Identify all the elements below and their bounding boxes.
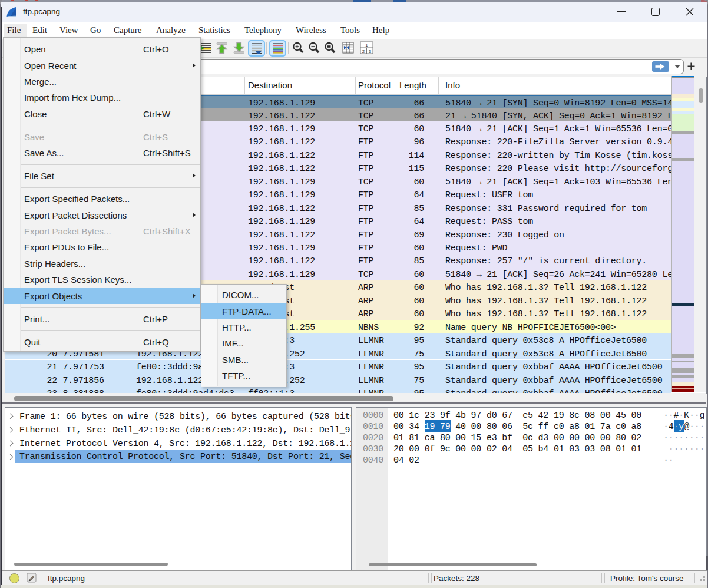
svg-text:1: 1 (365, 42, 368, 48)
svg-text:2: 2 (362, 49, 365, 54)
svg-text:3: 3 (369, 49, 372, 54)
